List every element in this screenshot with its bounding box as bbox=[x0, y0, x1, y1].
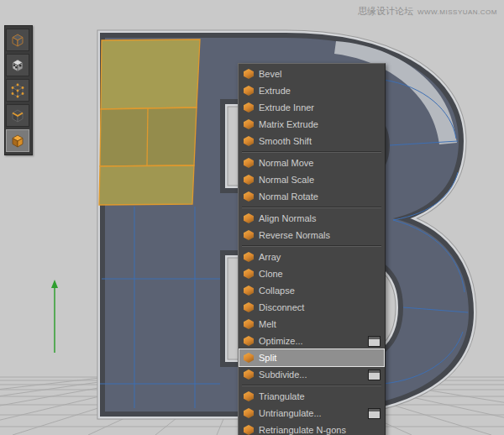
reverse-normals-icon bbox=[244, 230, 254, 240]
subdivide-icon bbox=[244, 369, 254, 380]
model-mode-cube-icon bbox=[9, 32, 26, 49]
menu-item-normal-rotate[interactable]: Normal Rotate bbox=[239, 188, 384, 205]
menu-item-label: Melt bbox=[259, 319, 276, 329]
menu-item-retriangulate-n-gons[interactable]: Retriangulate N-gons bbox=[239, 422, 384, 435]
array-icon bbox=[244, 252, 254, 262]
menu-item-extrude[interactable]: Extrude bbox=[239, 82, 384, 99]
menu-item-label: Untriangulate... bbox=[259, 408, 322, 418]
menu-item-label: Smooth Shift bbox=[259, 136, 312, 146]
menu-item-collapse[interactable]: Collapse bbox=[239, 282, 384, 299]
menu-item-label: Normal Scale bbox=[259, 175, 314, 185]
extrude-icon bbox=[244, 86, 254, 96]
edge-mode-button[interactable] bbox=[6, 104, 29, 127]
menu-item-normal-move[interactable]: Normal Move bbox=[239, 155, 384, 171]
polygon-mode-button[interactable] bbox=[6, 129, 29, 152]
collapse-icon bbox=[244, 286, 254, 296]
menu-item-label: Reverse Normals bbox=[259, 230, 330, 240]
menu-item-label: Align Normals bbox=[259, 213, 316, 223]
menu-item-label: Normal Rotate bbox=[259, 191, 318, 202]
mode-toolbar bbox=[4, 25, 33, 155]
options-dialog-icon[interactable] bbox=[368, 369, 381, 380]
normal-move-icon bbox=[244, 158, 254, 168]
menu-item-label: Array bbox=[259, 252, 281, 262]
options-dialog-icon[interactable] bbox=[368, 336, 381, 347]
menu-item-label: Matrix Extrude bbox=[259, 119, 318, 129]
menu-separator bbox=[242, 385, 381, 386]
application-window: 思缘设计论坛 WWW.MISSYUAN.COM bbox=[0, 0, 504, 435]
menu-item-smooth-shift[interactable]: Smooth Shift bbox=[239, 133, 384, 149]
menu-item-subdivide[interactable]: Subdivide... bbox=[239, 366, 384, 383]
smooth-shift-icon bbox=[244, 136, 254, 146]
menu-item-bevel[interactable]: Bevel bbox=[239, 66, 384, 82]
optimize-icon bbox=[244, 336, 254, 346]
menu-item-triangulate[interactable]: Triangulate bbox=[239, 388, 384, 405]
menu-item-label: Triangulate bbox=[259, 391, 305, 401]
texture-mode-button[interactable] bbox=[6, 54, 29, 76]
clone-icon bbox=[244, 269, 254, 279]
menu-item-optimize[interactable]: Optimize... bbox=[239, 333, 384, 349]
menu-item-normal-scale[interactable]: Normal Scale bbox=[239, 171, 384, 188]
menu-item-array[interactable]: Array bbox=[239, 249, 384, 265]
untriangulate-icon bbox=[244, 408, 254, 418]
melt-icon bbox=[244, 319, 254, 329]
disconnect-icon bbox=[244, 302, 254, 312]
y-axis-icon bbox=[51, 280, 58, 353]
extrude-inner-icon bbox=[244, 102, 254, 113]
menu-item-reverse-normals[interactable]: Reverse Normals bbox=[239, 227, 384, 244]
watermark-url: WWW.MISSYUAN.COM bbox=[417, 8, 497, 16]
texture-mode-cube-icon bbox=[9, 57, 26, 74]
menu-item-melt[interactable]: Melt bbox=[239, 316, 384, 333]
bevel-icon bbox=[244, 69, 254, 79]
menu-item-label: Retriangulate N-gons bbox=[259, 425, 346, 435]
polygon-mode-cube-icon bbox=[9, 133, 26, 149]
watermark-text: 思缘设计论坛 bbox=[358, 5, 413, 18]
model-mode-button[interactable] bbox=[6, 29, 29, 51]
menu-item-label: Clone bbox=[259, 269, 283, 279]
menu-item-label: Disconnect bbox=[259, 302, 304, 312]
menu-item-label: Optimize... bbox=[259, 336, 303, 346]
retriangulate-ngons-icon bbox=[244, 425, 254, 435]
triangulate-icon bbox=[244, 391, 254, 401]
menu-item-label: Bevel bbox=[259, 69, 282, 79]
split-icon bbox=[244, 353, 254, 363]
menu-item-disconnect[interactable]: Disconnect bbox=[239, 299, 384, 316]
menu-item-matrix-extrude[interactable]: Matrix Extrude bbox=[239, 116, 384, 133]
menu-separator bbox=[242, 245, 381, 247]
edge-mode-cube-icon bbox=[9, 107, 26, 124]
watermark: 思缘设计论坛 WWW.MISSYUAN.COM bbox=[358, 5, 497, 18]
menu-item-label: Subdivide... bbox=[259, 369, 307, 380]
point-mode-button[interactable] bbox=[6, 79, 29, 102]
menu-separator bbox=[242, 151, 381, 153]
menu-separator bbox=[242, 207, 381, 208]
align-normals-icon bbox=[244, 213, 254, 223]
matrix-extrude-icon bbox=[244, 119, 254, 129]
menu-item-clone[interactable]: Clone bbox=[239, 265, 384, 282]
selected-polygons[interactable] bbox=[99, 39, 200, 205]
menu-item-label: Normal Move bbox=[259, 158, 313, 168]
point-mode-cube-icon bbox=[9, 82, 26, 99]
menu-item-extrude-inner[interactable]: Extrude Inner bbox=[239, 99, 384, 116]
normal-scale-icon bbox=[244, 175, 254, 185]
menu-item-align-normals[interactable]: Align Normals bbox=[239, 210, 384, 227]
normal-rotate-icon bbox=[244, 191, 254, 202]
options-dialog-icon[interactable] bbox=[368, 408, 381, 419]
menu-item-split[interactable]: Split bbox=[239, 349, 384, 366]
menu-item-untriangulate[interactable]: Untriangulate... bbox=[239, 405, 384, 422]
menu-item-label: Extrude bbox=[259, 86, 291, 96]
menu-item-label: Collapse bbox=[259, 286, 295, 296]
menu-item-label: Split bbox=[259, 353, 276, 363]
menu-item-label: Extrude Inner bbox=[259, 102, 314, 113]
polygon-context-menu: Bevel Extrude Extrude Inner Matrix Extru… bbox=[238, 63, 386, 435]
